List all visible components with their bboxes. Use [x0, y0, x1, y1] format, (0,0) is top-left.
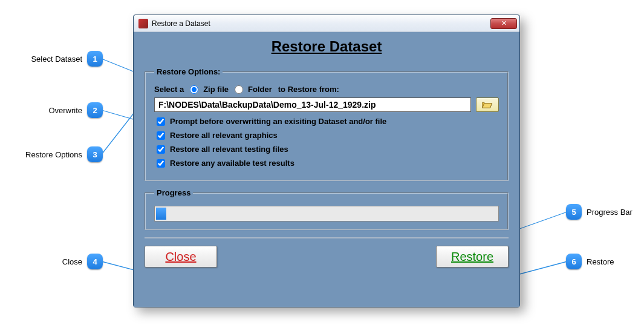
checkbox-results-label: Restore any available test results [170, 159, 294, 168]
checkbox-results[interactable] [157, 159, 165, 168]
window-title: Restore a Dataset [152, 19, 210, 28]
callout-bubble: 6 [566, 254, 582, 269]
callout-bubble: 5 [566, 204, 582, 220]
callout-label: Overwrite [48, 106, 82, 115]
callout-5: 5 Progress Bar [566, 204, 637, 220]
checkbox-testing[interactable] [157, 145, 165, 154]
opt-results-row: Restore any available test results [154, 159, 499, 168]
page-title: Restore Dataset [145, 38, 509, 55]
radio-folder[interactable] [235, 85, 243, 94]
callout-label: Restore [587, 257, 614, 266]
callout-bubble: 3 [87, 146, 103, 162]
folder-open-icon [482, 100, 493, 109]
path-row: F:\NODES\Data\BackupData\Demo_13-Jul-12_… [154, 97, 499, 112]
opt-graphics-row: Restore all relevant graphics [154, 131, 499, 140]
radio-zip[interactable] [190, 85, 198, 94]
progress-legend: Progress [154, 188, 193, 197]
radio-zip-label: Zip file [203, 85, 229, 94]
callout-4: Close 4 [0, 254, 103, 269]
opt-prompt-row: Prompt before overwritting an exisiting … [154, 117, 499, 126]
progress-group: Progress [145, 188, 509, 230]
checkbox-prompt[interactable] [157, 117, 165, 126]
titlebar[interactable]: Restore a Dataset ✕ [134, 15, 519, 32]
callout-bubble: 4 [87, 254, 103, 269]
browse-button[interactable] [476, 97, 499, 112]
callout-3: Restore Options 3 [0, 146, 103, 162]
callout-2: Overwrite 2 [0, 102, 103, 118]
restore-button[interactable]: Restore [436, 246, 509, 268]
restore-button-label: Restore [451, 250, 493, 264]
app-icon [138, 19, 148, 28]
progress-bar-fill [156, 208, 166, 220]
source-path-field[interactable]: F:\NODES\Data\BackupData\Demo_13-Jul-12_… [154, 97, 471, 112]
radio-folder-label: Folder [248, 85, 272, 94]
checkbox-prompt-label: Prompt before overwritting an exisiting … [170, 117, 386, 126]
opt-testing-row: Restore all relevant testing files [154, 145, 499, 154]
window-close-button[interactable]: ✕ [490, 18, 517, 29]
callout-label: Close [62, 257, 82, 266]
restore-options-legend: Restore Options: [154, 67, 223, 76]
select-suffix: to Restore from: [278, 85, 339, 94]
callout-label: Select Dataset [31, 54, 82, 64]
close-button-label: Close [165, 250, 196, 264]
checkbox-graphics-label: Restore all relevant graphics [170, 131, 278, 140]
callout-label: Restore Options [25, 150, 82, 159]
close-icon: ✕ [501, 19, 507, 27]
button-row: Close Restore [145, 237, 509, 268]
select-prefix: Select a [154, 85, 184, 94]
close-button[interactable]: Close [145, 246, 217, 268]
callout-6: 6 Restore [566, 254, 619, 269]
callout-bubble: 2 [87, 102, 103, 118]
client-area: Restore Dataset Restore Options: Select … [134, 32, 519, 307]
restore-options-group: Restore Options: Select a Zip file Folde… [145, 67, 509, 181]
callout-1: Select Dataset 1 [0, 51, 103, 67]
progress-bar [154, 206, 499, 222]
restore-dataset-window: Restore a Dataset ✕ Restore Dataset Rest… [133, 15, 520, 307]
checkbox-graphics[interactable] [157, 131, 165, 140]
source-select-row: Select a Zip file Folder to Restore from… [154, 85, 499, 94]
checkbox-testing-label: Restore all relevant testing files [170, 145, 288, 154]
callout-bubble: 1 [87, 51, 103, 67]
callout-label: Progress Bar [587, 208, 633, 217]
